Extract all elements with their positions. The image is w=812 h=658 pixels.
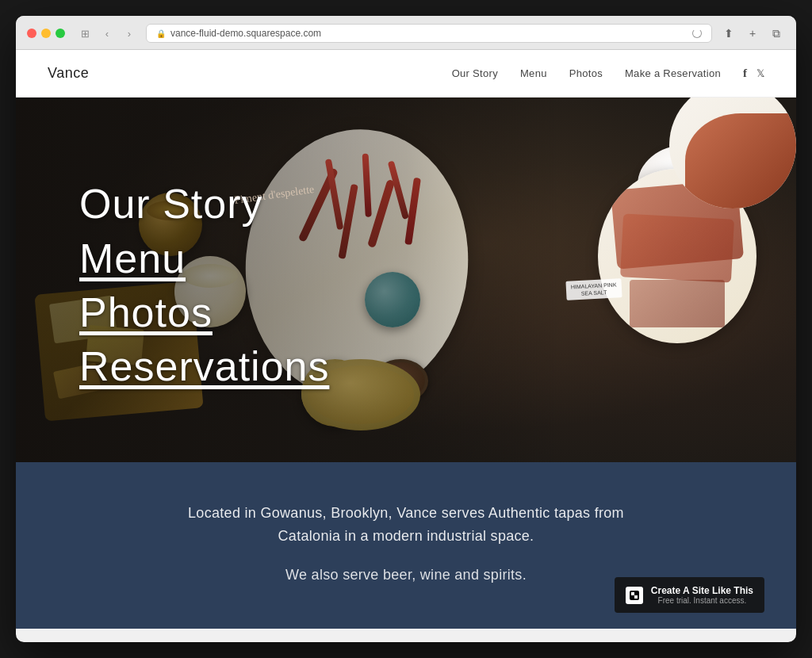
description-text-2: We also serve beer, wine and spirits. [168, 564, 644, 587]
facebook-icon[interactable]: f [743, 67, 747, 80]
forward-button[interactable]: › [121, 25, 138, 42]
hero-photos[interactable]: Photos [79, 288, 796, 337]
squarespace-text: Create A Site Like This Free trial. Inst… [651, 585, 753, 605]
close-button[interactable] [27, 29, 36, 38]
squarespace-logo [626, 587, 643, 604]
squarespace-subtitle: Free trial. Instant access. [651, 596, 753, 605]
url-text: vance-fluid-demo.squarespace.com [170, 28, 321, 39]
browser-nav: ⊞ ‹ › [76, 25, 138, 42]
nav-our-story[interactable]: Our Story [452, 67, 498, 79]
description-section: Located in Gowanus, Brooklyn, Vance serv… [16, 462, 796, 629]
traffic-lights [27, 29, 65, 38]
site-logo[interactable]: Vance [48, 65, 89, 82]
site-nav: Our Story Menu Photos Make a Reservation… [452, 67, 764, 80]
website: Vance Our Story Menu Photos Make a Reser… [16, 50, 796, 629]
nav-reservation[interactable]: Make a Reservation [625, 67, 721, 79]
windows-button[interactable]: ⧉ [768, 25, 785, 42]
squarespace-banner[interactable]: Create A Site Like This Free trial. Inst… [615, 577, 764, 613]
share-button[interactable]: ⬆ [720, 25, 737, 42]
nav-photos[interactable]: Photos [569, 67, 603, 79]
tab-grid-icon[interactable]: ⊞ [76, 25, 94, 42]
address-bar[interactable]: 🔒 vance-fluid-demo.squarespace.com [146, 24, 712, 43]
svg-rect-2 [634, 595, 638, 599]
site-header: Vance Our Story Menu Photos Make a Reser… [16, 50, 796, 98]
svg-rect-1 [631, 592, 634, 595]
twitter-icon[interactable]: 𝕏 [756, 67, 764, 79]
hero-content: Our Story Menu Photos Reservations [16, 98, 796, 462]
minimize-button[interactable] [41, 29, 51, 38]
lock-icon: 🔒 [156, 29, 166, 38]
nav-menu[interactable]: Menu [520, 67, 547, 79]
reload-icon[interactable] [692, 29, 702, 38]
browser-actions: ⬆ + ⧉ [720, 25, 785, 42]
social-icons: f 𝕏 [743, 67, 764, 80]
hero-our-story[interactable]: Our Story [79, 179, 796, 228]
browser-window: ⊞ ‹ › 🔒 vance-fluid-demo.squarespace.com… [16, 16, 796, 642]
hero-reservations[interactable]: Reservations [79, 342, 796, 391]
squarespace-title: Create A Site Like This [651, 585, 753, 596]
hero-section: Butter HIMAL [16, 98, 796, 462]
maximize-button[interactable] [56, 29, 65, 38]
new-tab-button[interactable]: + [744, 25, 761, 42]
back-button[interactable]: ‹ [98, 25, 116, 42]
browser-chrome: ⊞ ‹ › 🔒 vance-fluid-demo.squarespace.com… [16, 16, 796, 50]
hero-menu[interactable]: Menu [79, 234, 796, 283]
description-text-1: Located in Gowanus, Brooklyn, Vance serv… [168, 502, 644, 548]
